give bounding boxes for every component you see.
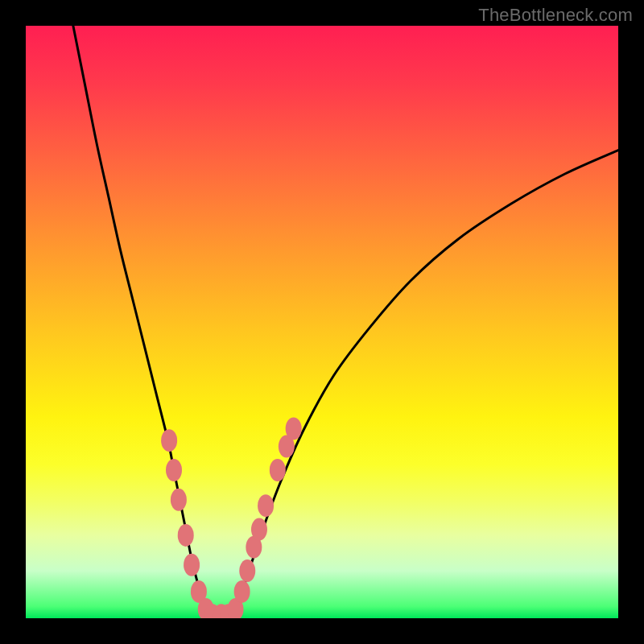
data-marker <box>270 459 286 481</box>
bottleneck-curve <box>73 26 618 618</box>
marker-group <box>161 417 302 618</box>
data-marker <box>234 580 250 603</box>
data-marker <box>161 429 177 452</box>
data-marker <box>258 494 274 517</box>
data-marker <box>251 518 267 541</box>
curve-group <box>73 26 618 618</box>
watermark-text: TheBottleneck.com <box>478 5 633 26</box>
data-marker <box>286 417 302 440</box>
plot-area <box>26 26 618 618</box>
data-marker <box>184 554 200 576</box>
data-marker <box>171 489 187 511</box>
data-marker <box>166 459 182 481</box>
outer-frame: TheBottleneck.com <box>0 0 644 644</box>
data-marker <box>178 524 194 547</box>
chart-svg <box>26 26 618 618</box>
data-marker <box>239 559 255 582</box>
